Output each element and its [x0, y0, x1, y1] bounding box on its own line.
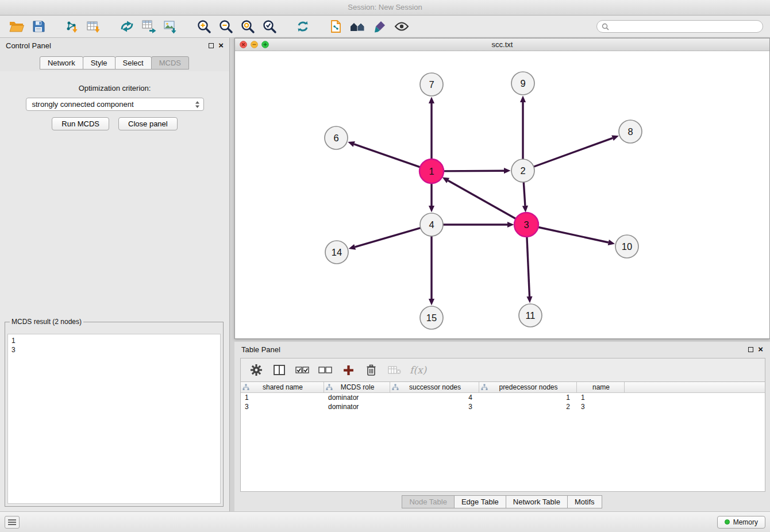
float-panel-icon[interactable]: [209, 43, 214, 48]
graph-node-11[interactable]: 11: [519, 304, 542, 327]
table-row[interactable]: 1 dominator 4 1 1: [241, 393, 765, 402]
import-network-button[interactable]: [62, 18, 82, 35]
cell-name[interactable]: 3: [577, 403, 625, 411]
save-session-button[interactable]: [29, 18, 48, 35]
mcds-result-list[interactable]: 1 3: [7, 334, 221, 504]
cell-predecessor-nodes[interactable]: 2: [479, 403, 577, 411]
checked-boxes-icon: [295, 366, 309, 374]
delete-table-icon: [388, 365, 401, 375]
refresh-layout-button[interactable]: [293, 18, 313, 35]
tab-select[interactable]: Select: [115, 56, 152, 70]
delete-table-button[interactable]: [387, 362, 402, 378]
tab-style[interactable]: Style: [83, 56, 116, 70]
table-row[interactable]: 3 dominator 3 2 3: [241, 402, 765, 411]
graph-edge-1-6[interactable]: [354, 144, 421, 168]
graph-edge-2-3[interactable]: [523, 182, 525, 206]
zoom-in-button[interactable]: [194, 18, 214, 35]
graph-node-3[interactable]: 3: [514, 213, 538, 237]
tab-node-table[interactable]: Node Table: [402, 495, 455, 508]
network-canvas[interactable]: 7968124314101511: [235, 51, 769, 338]
first-neighbors-button[interactable]: [348, 18, 368, 35]
graph-edge-2-8[interactable]: [533, 138, 613, 167]
main-toolbar: [0, 16, 770, 38]
clone-network-button[interactable]: [326, 18, 346, 35]
table-settings-button[interactable]: [249, 362, 264, 378]
mcds-result-line: 3: [11, 345, 217, 354]
zoom-out-button[interactable]: [216, 18, 236, 35]
network-window-title: scc.txt: [492, 40, 513, 49]
tab-mcds[interactable]: MCDS: [151, 56, 189, 70]
svg-text:11: 11: [525, 310, 535, 321]
zoom-fit-button[interactable]: [238, 18, 257, 35]
cell-shared-name[interactable]: 1: [241, 394, 324, 402]
close-table-panel-icon[interactable]: ×: [758, 346, 763, 353]
column-header-name[interactable]: name: [577, 382, 625, 392]
export-network-button[interactable]: [117, 18, 137, 35]
export-table-button[interactable]: [139, 18, 159, 35]
mcds-result-line: 1: [11, 336, 217, 345]
apply-style-button[interactable]: [370, 18, 390, 35]
cell-mcds-role[interactable]: dominator: [324, 403, 390, 411]
create-column-button[interactable]: [341, 362, 356, 378]
close-panel-button[interactable]: Close panel: [118, 117, 178, 130]
cell-successor-nodes[interactable]: 3: [390, 403, 479, 411]
search-field[interactable]: [596, 20, 763, 33]
tab-edge-table[interactable]: Edge Table: [454, 495, 506, 508]
graph-node-8[interactable]: 8: [619, 120, 642, 143]
tab-network[interactable]: Network: [40, 56, 83, 70]
column-header-predecessor-nodes[interactable]: predecessor nodes: [479, 382, 577, 392]
run-mcds-button[interactable]: Run MCDS: [52, 117, 109, 130]
cell-mcds-role[interactable]: dominator: [324, 394, 390, 402]
close-panel-icon[interactable]: ×: [218, 42, 224, 49]
zoom-selected-button[interactable]: [260, 18, 279, 35]
tab-network-table[interactable]: Network Table: [506, 495, 568, 508]
graph-edge-1-2[interactable]: [442, 171, 504, 171]
network-window-titlebar[interactable]: scc.txt: [235, 38, 769, 51]
graph-edge-3-10[interactable]: [537, 227, 609, 242]
close-window-icon[interactable]: [240, 41, 247, 48]
column-header-shared-name[interactable]: shared name: [241, 382, 324, 392]
open-session-button[interactable]: [7, 18, 26, 35]
first-neighbors-icon: [349, 20, 367, 33]
graph-node-10[interactable]: 10: [615, 235, 638, 258]
function-builder-button[interactable]: f(x): [410, 362, 426, 378]
graph-node-14[interactable]: 14: [325, 241, 348, 264]
select-all-columns-button[interactable]: [295, 362, 310, 378]
graph-edge-3-11[interactable]: [527, 236, 530, 296]
control-panel-title: Control Panel: [6, 41, 51, 50]
graph-node-15[interactable]: 15: [420, 306, 443, 329]
show-hide-button[interactable]: [392, 18, 411, 35]
graph-node-4[interactable]: 4: [420, 213, 443, 236]
cell-predecessor-nodes[interactable]: 1: [479, 394, 577, 402]
column-header-successor-nodes[interactable]: successor nodes: [390, 382, 479, 392]
gear-icon: [250, 364, 263, 376]
cell-shared-name[interactable]: 3: [241, 403, 324, 411]
task-history-button[interactable]: [5, 516, 20, 529]
graph-node-7[interactable]: 7: [420, 73, 443, 96]
deselect-all-columns-button[interactable]: [318, 362, 333, 378]
minimize-window-icon[interactable]: [251, 41, 258, 48]
zoom-window-icon[interactable]: [261, 41, 269, 48]
node-table: shared name MCDS role: [240, 382, 765, 492]
export-image-button[interactable]: [161, 18, 180, 35]
column-header-mcds-role[interactable]: MCDS role: [324, 382, 390, 392]
graph-node-6[interactable]: 6: [325, 126, 348, 149]
tab-motifs[interactable]: Motifs: [567, 495, 602, 508]
show-columns-button[interactable]: [272, 362, 287, 378]
graph-node-9[interactable]: 9: [511, 72, 534, 95]
cell-name[interactable]: 1: [577, 394, 625, 402]
memory-label: Memory: [733, 518, 758, 526]
zoom-selected-icon: [262, 19, 277, 34]
graph-edge-4-14[interactable]: [355, 228, 421, 247]
graph-node-2[interactable]: 2: [511, 159, 534, 182]
cell-successor-nodes[interactable]: 4: [390, 394, 479, 402]
graph-edge-3-1[interactable]: [448, 180, 517, 219]
graph-node-1[interactable]: 1: [419, 159, 444, 183]
import-table-button[interactable]: [84, 18, 103, 35]
delete-column-button[interactable]: [364, 362, 379, 378]
import-table-icon: [86, 20, 101, 33]
memory-button[interactable]: Memory: [717, 516, 765, 529]
float-table-panel-icon[interactable]: [748, 347, 753, 352]
search-input[interactable]: [612, 22, 758, 30]
criterion-select[interactable]: strongly connected component: [26, 98, 204, 111]
